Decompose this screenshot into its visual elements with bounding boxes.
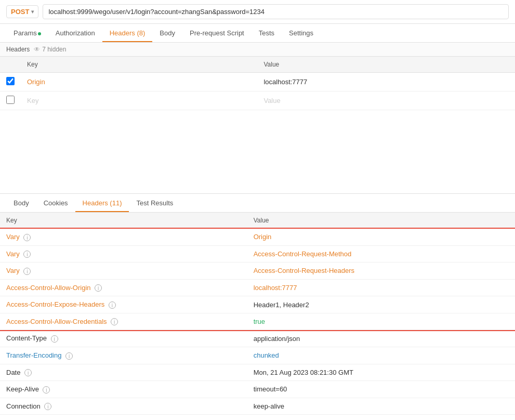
highlighted-rows-group: Vary i Origin Vary i Access-Control-Requ… xyxy=(0,229,515,330)
table-row: Keep-Alive i timeout=60 xyxy=(0,381,515,398)
value-cell: localhost:7777 xyxy=(263,78,307,86)
checkbox-col-header xyxy=(0,57,21,73)
table-row: Vary i Access-Control-Request-Method xyxy=(0,245,515,262)
table-row: Connection i keep-alive xyxy=(0,398,515,415)
tab-settings[interactable]: Settings xyxy=(282,24,321,42)
tab-response-cookies[interactable]: Cookies xyxy=(36,194,75,212)
response-tab-bar: Body Cookies Headers (11) Test Results xyxy=(0,194,515,213)
table-row: Key Value xyxy=(0,91,515,110)
table-row: Access-Control-Expose-Headers i Header1,… xyxy=(0,296,515,313)
info-icon[interactable]: i xyxy=(65,352,73,360)
table-row: Transfer-Encoding i chunked xyxy=(0,347,515,364)
tab-tests[interactable]: Tests xyxy=(252,24,282,42)
eye-icon: 👁 xyxy=(34,46,40,53)
table-row: Vary i Origin xyxy=(0,229,515,246)
info-icon[interactable]: i xyxy=(23,251,31,258)
info-icon[interactable]: i xyxy=(44,403,51,410)
table-row: Access-Control-Allow-Credentials i true xyxy=(0,313,515,330)
info-icon[interactable]: i xyxy=(95,284,102,292)
info-icon[interactable]: i xyxy=(51,335,58,343)
row-checkbox[interactable] xyxy=(6,77,15,85)
table-row: Content-Type i application/json xyxy=(0,330,515,347)
tab-response-headers[interactable]: Headers (11) xyxy=(75,194,129,212)
row-checkbox[interactable] xyxy=(6,96,15,104)
table-row: Access-Control-Allow-Origin i localhost:… xyxy=(0,279,515,296)
response-headers-table-wrapper: Key Value Vary i Origin Vary i Access-Co… xyxy=(0,213,515,415)
table-row: Vary i Access-Control-Request-Headers xyxy=(0,262,515,280)
tab-response-body[interactable]: Body xyxy=(6,194,36,212)
tab-headers[interactable]: Headers (8) xyxy=(102,24,153,42)
table-row: Origin localhost:7777 xyxy=(0,73,515,91)
key-col-header: Key xyxy=(21,57,257,73)
value-col-header: Value xyxy=(257,57,515,73)
headers-label: Headers xyxy=(6,46,30,53)
key-cell[interactable]: Origin xyxy=(27,78,45,86)
info-icon[interactable]: i xyxy=(23,234,31,241)
info-icon[interactable]: i xyxy=(109,301,116,309)
info-icon[interactable]: i xyxy=(111,318,118,325)
resp-value-col-header: Value xyxy=(247,213,515,229)
request-headers-section-header: Headers 👁 7 hidden xyxy=(0,43,515,57)
response-section: Body Cookies Headers (11) Test Results K… xyxy=(0,193,515,415)
resp-key-col-header: Key xyxy=(0,213,247,229)
method-selector[interactable]: POST ▾ xyxy=(6,5,38,18)
tab-authorization[interactable]: Authorization xyxy=(48,24,102,42)
url-bar: POST ▾ xyxy=(0,0,515,24)
info-icon[interactable]: i xyxy=(43,386,50,393)
method-label: POST xyxy=(11,8,29,16)
table-row: Date i Mon, 21 Aug 2023 08:21:30 GMT xyxy=(0,364,515,381)
tab-params[interactable]: Params xyxy=(6,24,48,42)
tab-pre-request[interactable]: Pre-request Script xyxy=(182,24,252,42)
hidden-badge: 👁 7 hidden xyxy=(34,46,66,53)
request-tab-bar: Params Authorization Headers (8) Body Pr… xyxy=(0,24,515,43)
request-headers-table: Key Value Origin localhost:7777 Key Valu… xyxy=(0,57,515,110)
response-headers-table: Key Value Vary i Origin Vary i Access-Co… xyxy=(0,213,515,415)
key-cell-placeholder[interactable]: Key xyxy=(27,97,38,104)
spacer xyxy=(0,110,515,193)
info-icon[interactable]: i xyxy=(24,369,32,376)
tab-body[interactable]: Body xyxy=(152,24,182,42)
normal-rows-group: Content-Type i application/json Transfer… xyxy=(0,330,515,415)
tab-response-test-results[interactable]: Test Results xyxy=(129,194,180,212)
value-cell-placeholder: Value xyxy=(263,97,280,104)
chevron-down-icon: ▾ xyxy=(31,9,34,15)
url-input[interactable] xyxy=(43,4,509,19)
params-dot xyxy=(38,32,41,35)
info-icon[interactable]: i xyxy=(23,268,31,275)
